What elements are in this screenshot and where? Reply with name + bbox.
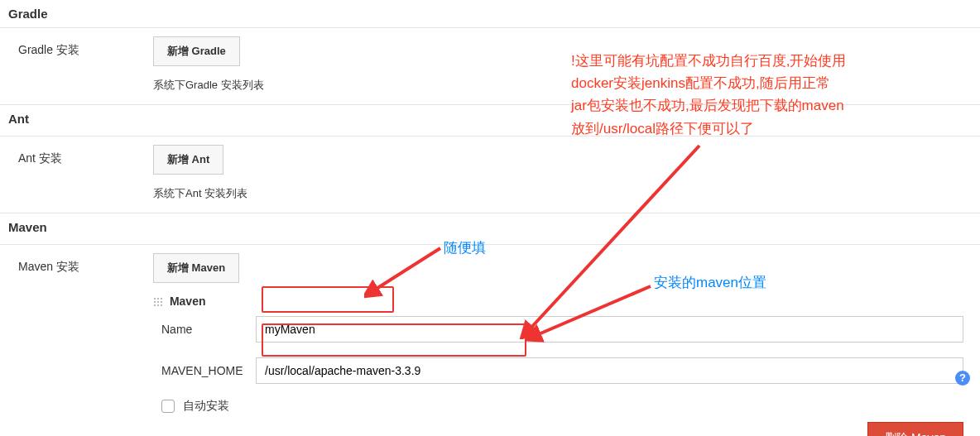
maven-home-label: MAVEN_HOME <box>153 364 256 377</box>
auto-install-row: 自动安装 <box>153 399 963 414</box>
maven-content: 新增 Maven Maven Name MAVEN_HOME 自动安装 <box>153 253 980 414</box>
gradle-content: 新增 Gradle 系统下Gradle 安装列表 <box>153 36 980 93</box>
ant-install-label: Ant 安装 <box>0 145 153 201</box>
maven-home-input[interactable] <box>256 357 963 384</box>
ant-helper-text: 系统下Ant 安装列表 <box>153 186 963 201</box>
gradle-section-body: Gradle 安装 新增 Gradle 系统下Gradle 安装列表 <box>0 28 980 101</box>
drag-handle-icon[interactable] <box>153 297 163 307</box>
maven-name-row: Name <box>153 316 963 343</box>
maven-installer-title: Maven <box>170 295 206 308</box>
gradle-helper-text: 系统下Gradle 安装列表 <box>153 78 963 93</box>
ant-content: 新增 Ant 系统下Ant 安装列表 <box>153 145 980 201</box>
ant-title: Ant <box>8 112 29 126</box>
gradle-section-header: Gradle <box>0 0 980 28</box>
delete-maven-button[interactable]: 删除 Maven <box>867 422 963 436</box>
add-ant-button[interactable]: 新增 Ant <box>153 145 223 175</box>
maven-install-label: Maven 安装 <box>0 253 153 414</box>
ant-section-body: Ant 安装 新增 Ant 系统下Ant 安装列表 <box>0 137 980 209</box>
maven-name-input[interactable] <box>256 316 963 343</box>
help-icon[interactable]: ? <box>955 371 970 386</box>
maven-section-header: Maven <box>0 213 980 241</box>
maven-home-row: MAVEN_HOME <box>153 357 963 384</box>
auto-install-label: 自动安装 <box>183 399 229 414</box>
add-gradle-button[interactable]: 新增 Gradle <box>153 36 240 66</box>
maven-section-body: Maven 安装 新增 Maven Maven Name MAVEN_HOME … <box>0 245 980 414</box>
maven-installer-header: Maven <box>153 295 963 308</box>
maven-name-label: Name <box>153 323 256 336</box>
maven-title: Maven <box>8 220 47 234</box>
ant-section-header: Ant <box>0 105 980 132</box>
gradle-install-label: Gradle 安装 <box>0 36 153 93</box>
add-maven-button[interactable]: 新增 Maven <box>153 253 239 283</box>
auto-install-checkbox[interactable] <box>161 400 175 413</box>
